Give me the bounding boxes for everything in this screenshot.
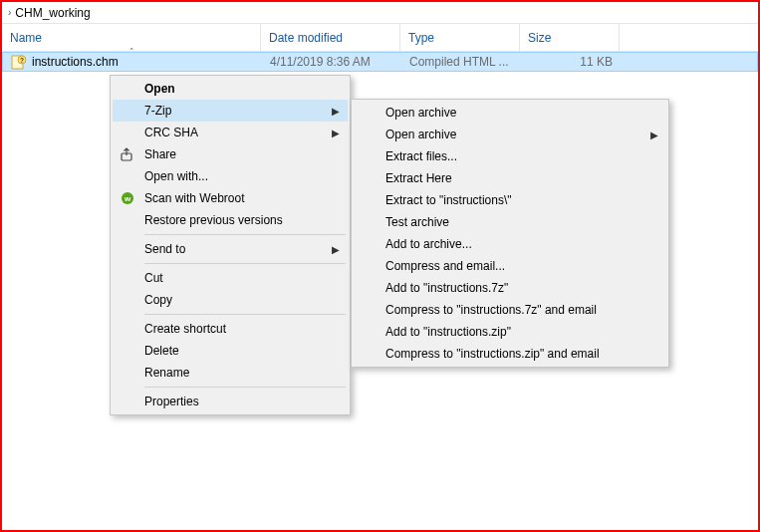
file-row[interactable]: ? instructions.chm 4/11/2019 8:36 AM Com… (2, 52, 758, 72)
menu-cut[interactable]: Cut (113, 267, 348, 289)
breadcrumb-folder: CHM_working (15, 6, 90, 20)
column-size[interactable]: Size (520, 24, 620, 51)
file-list[interactable]: ? instructions.chm 4/11/2019 8:36 AM Com… (2, 52, 758, 72)
submenu-open-archive[interactable]: Open archive (354, 102, 666, 124)
submenu-add-zip[interactable]: Add to "instructions.zip" (354, 321, 666, 343)
column-date[interactable]: Date modified (261, 24, 400, 51)
menu-separator (144, 234, 346, 235)
menu-delete[interactable]: Delete (113, 340, 348, 362)
menu-send-to[interactable]: Send to ▶ (113, 238, 348, 260)
column-headers: Name ˄ Date modified Type Size (2, 24, 758, 52)
svg-text:?: ? (20, 57, 24, 64)
explorer-window: › CHM_working Name ˄ Date modified Type … (0, 0, 760, 532)
menu-open[interactable]: Open (113, 78, 348, 100)
menu-crc-sha[interactable]: CRC SHA ▶ (113, 122, 348, 143)
menu-separator (144, 387, 346, 388)
menu-properties[interactable]: Properties (113, 391, 348, 412)
webroot-icon: w (119, 189, 136, 207)
chevron-right-icon: ▶ (332, 244, 340, 255)
menu-separator (144, 314, 346, 315)
chevron-right-icon: ▶ (332, 128, 340, 138)
file-type: Compiled HTML ... (401, 55, 521, 69)
submenu-extract-here[interactable]: Extract Here (354, 167, 666, 189)
menu-scan-webroot[interactable]: w Scan with Webroot (113, 187, 348, 209)
share-icon (119, 145, 136, 163)
submenu-extract-files[interactable]: Extract files... (354, 145, 666, 167)
file-name: instructions.chm (32, 55, 119, 69)
column-type[interactable]: Type (400, 24, 520, 51)
submenu-test-archive[interactable]: Test archive (354, 211, 666, 233)
chevron-right-icon: ▶ (650, 130, 658, 140)
menu-copy[interactable]: Copy (113, 289, 348, 311)
submenu-compress-zip-email[interactable]: Compress to "instructions.zip" and email (354, 343, 666, 365)
file-size: 11 KB (521, 55, 621, 69)
chevron-right-icon: › (8, 7, 11, 18)
menu-rename[interactable]: Rename (113, 362, 348, 384)
chm-file-icon: ? (11, 54, 27, 70)
column-name[interactable]: Name (2, 24, 261, 51)
submenu-7zip: Open archive Open archive ▶ Extract file… (351, 99, 669, 368)
svg-text:w: w (124, 194, 131, 203)
chevron-right-icon: ▶ (332, 106, 340, 117)
menu-7zip[interactable]: 7-Zip ▶ (113, 100, 348, 122)
context-menu: Open 7-Zip ▶ CRC SHA ▶ Share Open with..… (110, 75, 351, 415)
submenu-add-7z[interactable]: Add to "instructions.7z" (354, 277, 666, 299)
submenu-open-archive-more[interactable]: Open archive ▶ (354, 124, 666, 145)
breadcrumb[interactable]: › CHM_working (2, 2, 758, 24)
submenu-add-to-archive[interactable]: Add to archive... (354, 233, 666, 255)
submenu-extract-to[interactable]: Extract to "instructions\" (354, 189, 666, 211)
menu-share[interactable]: Share (113, 143, 348, 165)
menu-separator (144, 263, 346, 264)
menu-open-with[interactable]: Open with... (113, 165, 348, 187)
submenu-compress-email[interactable]: Compress and email... (354, 255, 666, 277)
submenu-compress-7z-email[interactable]: Compress to "instructions.7z" and email (354, 299, 666, 321)
file-date: 4/11/2019 8:36 AM (262, 55, 401, 69)
menu-create-shortcut[interactable]: Create shortcut (113, 318, 348, 340)
menu-restore-versions[interactable]: Restore previous versions (113, 209, 348, 231)
